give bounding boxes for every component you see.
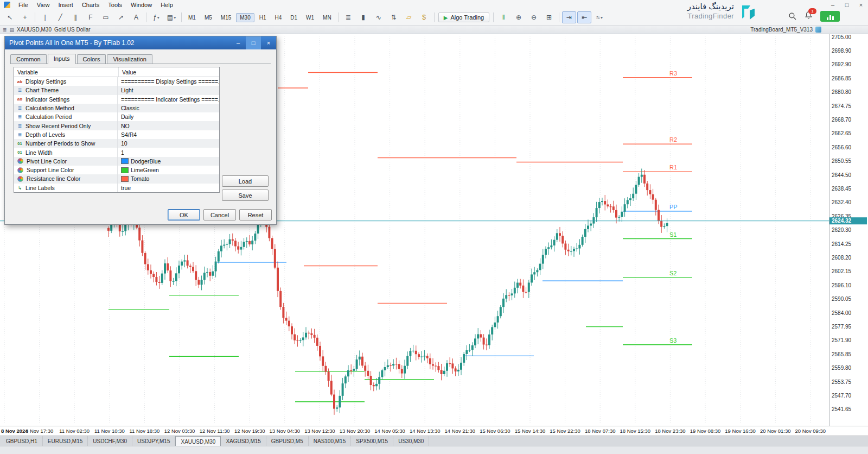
cursor-icon[interactable]: ↖ [3, 11, 17, 23]
trendline-tool-icon[interactable]: ╱ [53, 11, 67, 23]
chart-shift-icon[interactable]: ⇤ [577, 11, 591, 23]
time-axis[interactable]: 8 Nov 20248 Nov 17:3011 Nov 02:3011 Nov … [0, 426, 868, 436]
param-row-indicator-settings[interactable]: abIndicator Settings========== Indicator… [14, 95, 219, 104]
timeframe-h1-button[interactable]: H1 [256, 13, 270, 22]
param-row-resistance-line-color[interactable]: Resistance line ColorTomato [14, 174, 219, 183]
window-maximize-button[interactable]: □ [840, 1, 854, 10]
dialog-close-button[interactable]: × [261, 36, 276, 49]
dialog-minimize-button[interactable]: – [231, 36, 246, 49]
dialog-maximize-button[interactable]: □ [246, 36, 261, 49]
connection-status-icon[interactable] [820, 11, 840, 22]
param-value-cell[interactable]: Classic [118, 104, 219, 112]
param-row-line-labels[interactable]: ↳Line Labelstrue [14, 184, 219, 192]
param-row-pivot-line-color[interactable]: Pivot Line ColorDodgerBlue [14, 157, 219, 166]
chart-tab-xauusd-m30[interactable]: XAUUSD,M30 [175, 436, 221, 446]
param-row-line-width[interactable]: 01Line Width1 [14, 148, 219, 156]
channel-tool-icon[interactable]: ∥ [68, 11, 82, 23]
shapes-tool-icon[interactable]: ▭ [99, 11, 113, 23]
timeframe-m15-button[interactable]: M15 [217, 13, 235, 22]
dialog-tab-common[interactable]: Common [10, 54, 47, 64]
ok-button[interactable]: OK [168, 209, 200, 220]
candle-chart-mode-icon[interactable]: ▮ [356, 11, 371, 23]
menu-file[interactable]: File [14, 1, 33, 9]
line-chart-mode-icon[interactable]: ∿ [372, 11, 386, 23]
zoom-fit-icon[interactable]: ⇅ [387, 11, 401, 23]
chart-tab-eurusd-m15[interactable]: EURUSD,M15 [43, 436, 88, 446]
param-value-cell[interactable]: DodgerBlue [118, 157, 219, 166]
param-row-depth-of-levels[interactable]: ≣Depth of LevelsS4/R4 [14, 130, 219, 139]
param-value-cell[interactable]: Tomato [118, 174, 219, 183]
dialog-title-bar[interactable]: Pivot Points All in One MT5 - By TFlab 1… [5, 36, 276, 49]
param-value-cell[interactable]: 1 [118, 148, 219, 156]
search-icon[interactable] [788, 12, 797, 21]
zoom-out-icon[interactable]: ⊖ [527, 11, 541, 23]
param-type-bool-icon: ↳ [16, 185, 23, 191]
chart-tab-gbpusd-h1[interactable]: GBPUSD,H1 [1, 436, 43, 446]
reset-button[interactable]: Reset [239, 209, 272, 220]
timeframe-m5-button[interactable]: M5 [201, 13, 216, 22]
chart-tab-usdjpy-m15[interactable]: USDJPY,M15 [132, 436, 175, 446]
timeframe-d1-button[interactable]: D1 [286, 13, 301, 22]
algo-trading-button[interactable]: ▶Algo Trading [438, 12, 489, 22]
chart-tab-nas100-m15[interactable]: NAS100,M15 [309, 436, 351, 446]
chart-tab-spx500-m15[interactable]: SPX500,M15 [351, 436, 393, 446]
param-value-cell[interactable]: 10 [118, 139, 219, 148]
menu-help[interactable]: Help [156, 1, 177, 9]
candle-body [390, 365, 392, 366]
save-button[interactable]: Save [222, 190, 269, 201]
chart-tab-xagusd-m15[interactable]: XAGUSD,M15 [221, 436, 266, 446]
timeframe-w1-button[interactable]: W1 [302, 13, 318, 22]
timeframe-mn-button[interactable]: MN [319, 13, 335, 22]
menu-window[interactable]: Window [126, 1, 156, 9]
param-row-support-line-color[interactable]: Support Line ColorLimeGreen [14, 166, 219, 174]
param-row-number-of-periods-to-show[interactable]: 01Number of Periods to Show10 [14, 139, 219, 148]
chart-tab-gbpusd-m5[interactable]: GBPUSD,M5 [266, 436, 309, 446]
param-value-cell[interactable]: LimeGreen [118, 166, 219, 174]
window-close-button[interactable]: × [854, 1, 868, 10]
crosshair-icon[interactable]: + [18, 11, 32, 23]
zoom-in-icon[interactable]: ⊕ [512, 11, 526, 23]
data-window-icon[interactable]: ≈▾ [592, 11, 607, 23]
param-row-calculation-period[interactable]: ≣Calculation PeriodDaily [14, 112, 219, 121]
param-row-calculation-method[interactable]: ≣Calculation MethodClassic [14, 104, 219, 112]
fibonacci-tool-icon[interactable]: F [84, 11, 98, 23]
auto-scroll-icon[interactable]: ⇥ [562, 11, 576, 23]
chart-tab-us30-m30[interactable]: US30,M30 [393, 436, 429, 446]
price-axis-label: 2692.90 [832, 61, 852, 67]
param-value-cell[interactable]: Light [118, 86, 219, 94]
trade-levels-icon[interactable]: ‖ [496, 11, 510, 23]
dialog-tab-visualization[interactable]: Visualization [107, 54, 152, 64]
param-value-cell[interactable]: S4/R4 [118, 130, 219, 139]
param-value-cell[interactable]: ========== Display Settings ======... [118, 77, 219, 86]
load-button[interactable]: Load [222, 175, 269, 187]
window-minimize-button[interactable]: – [826, 1, 840, 10]
menu-insert[interactable]: Insert [54, 1, 78, 9]
templates-folder-icon[interactable]: ▱ [402, 11, 416, 23]
cancel-button[interactable]: Cancel [203, 209, 236, 220]
timeframe-m30-button[interactable]: M30 [236, 13, 254, 22]
menu-charts[interactable]: Charts [78, 1, 104, 9]
arrows-tool-icon[interactable]: ↗ [114, 11, 128, 23]
param-value-cell[interactable]: ========== Indicator Settings =====... [118, 95, 219, 104]
grid-toggle-icon[interactable]: ⊞ [542, 11, 556, 23]
dialog-tab-inputs[interactable]: Inputs [48, 54, 76, 64]
text-tool-icon[interactable]: A [129, 11, 143, 23]
param-value-cell[interactable]: true [118, 184, 219, 192]
notifications-button[interactable]: 1 [805, 11, 813, 22]
timeframe-m1-button[interactable]: M1 [184, 13, 200, 22]
param-value-cell[interactable]: NO [118, 121, 219, 130]
param-row-chart-theme[interactable]: ≣Chart ThemeLight [14, 86, 219, 94]
vertical-line-tool-icon[interactable]: | [38, 11, 52, 23]
menu-tools[interactable]: Tools [104, 1, 126, 9]
dialog-tab-colors[interactable]: Colors [77, 54, 106, 64]
objects-menu-icon[interactable]: ▤▾ [164, 11, 178, 23]
param-row-show-recent-period-only[interactable]: ≣Show Recent Period OnlyNO [14, 121, 219, 130]
indicators-menu-icon[interactable]: ƒ▾ [149, 11, 163, 23]
menu-view[interactable]: View [33, 1, 54, 9]
chart-tab-usdchf-m30[interactable]: USDCHF,M30 [88, 436, 132, 446]
deposit-icon[interactable]: $ [417, 11, 431, 23]
param-value-cell[interactable]: Daily [118, 112, 219, 121]
timeframe-h4-button[interactable]: H4 [271, 13, 286, 22]
param-row-display-settings[interactable]: abDisplay Settings========== Display Set… [14, 77, 219, 86]
bar-chart-mode-icon[interactable]: ≣ [341, 11, 355, 23]
